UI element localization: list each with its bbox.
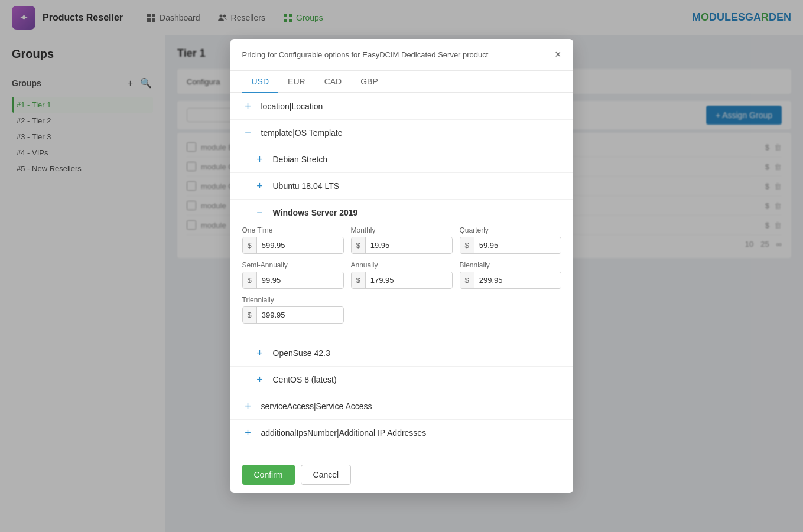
monthly-label: Monthly xyxy=(351,226,453,234)
semi-annually-label: Semi-Annually xyxy=(242,261,344,269)
pricing-col-semi: Semi-Annually $ xyxy=(242,261,344,289)
semi-annually-input[interactable] xyxy=(257,272,343,288)
toggle-service-access[interactable]: + xyxy=(242,400,254,412)
biennially-currency: $ xyxy=(460,272,474,288)
pricing-col-biennially: Biennially $ xyxy=(460,261,561,289)
config-row-additional-ips: + additionalIpsNumber|Additional IP Addr… xyxy=(230,420,573,446)
semi-input-wrapper: $ xyxy=(242,272,344,289)
tab-gbp[interactable]: GBP xyxy=(351,71,388,93)
one-time-input[interactable] xyxy=(257,237,343,253)
semi-currency: $ xyxy=(243,272,257,288)
pricing-col-triennially: Triennially $ xyxy=(242,296,344,324)
modal-body: + location|Location − template|OS Templa… xyxy=(230,93,573,456)
config-row-location: + location|Location xyxy=(230,93,573,120)
pricing-col-quarterly: Quarterly $ xyxy=(460,226,561,254)
config-row-windows: − Windows Server 2019 xyxy=(230,200,573,226)
config-centos-name: CentOS 8 (latest) xyxy=(273,375,337,384)
toggle-template[interactable]: − xyxy=(242,127,254,139)
tab-cad[interactable]: CAD xyxy=(315,71,352,93)
modal-footer: Confirm Cancel xyxy=(230,456,573,493)
tab-usd[interactable]: USD xyxy=(242,71,279,93)
pricing-section: One Time $ Monthly $ Q xyxy=(230,226,573,340)
config-row-opensuse: + OpenSuse 42.3 xyxy=(230,340,573,367)
quarterly-label: Quarterly xyxy=(460,226,561,234)
quarterly-input-wrapper: $ xyxy=(460,237,561,254)
config-opensuse-name: OpenSuse 42.3 xyxy=(273,348,330,358)
annually-input-wrapper: $ xyxy=(351,272,453,289)
config-additional-ips-name: additionalIpsNumber|Additional IP Addres… xyxy=(261,428,427,438)
biennially-input[interactable] xyxy=(474,272,561,288)
monthly-input-wrapper: $ xyxy=(351,237,453,254)
biennially-input-wrapper: $ xyxy=(460,272,561,289)
modal-overlay: Pricing for Configurable options for Eas… xyxy=(0,0,803,532)
config-windows-name: Windows Server 2019 xyxy=(273,208,358,217)
modal-tabs: USD EUR CAD GBP xyxy=(230,71,573,93)
toggle-ubuntu[interactable]: + xyxy=(254,180,266,192)
pricing-row-2: Semi-Annually $ Annually $ xyxy=(242,261,561,289)
tab-eur[interactable]: EUR xyxy=(278,71,315,93)
pricing-col-monthly: Monthly $ xyxy=(351,226,453,254)
triennially-currency: $ xyxy=(243,307,257,323)
pricing-col-one-time: One Time $ xyxy=(242,226,344,254)
toggle-opensuse[interactable]: + xyxy=(254,347,266,359)
biennially-label: Biennially xyxy=(460,261,561,269)
pricing-modal: Pricing for Configurable options for Eas… xyxy=(230,39,573,493)
pricing-row-1: One Time $ Monthly $ Q xyxy=(242,226,561,254)
config-debian-name: Debian Stretch xyxy=(273,155,328,164)
triennially-label: Triennially xyxy=(242,296,344,304)
modal-header: Pricing for Configurable options for Eas… xyxy=(230,39,573,71)
config-template-name: template|OS Template xyxy=(261,128,343,138)
config-location-name: location|Location xyxy=(261,102,323,111)
toggle-centos[interactable]: + xyxy=(254,374,266,386)
config-service-access-name: serviceAccess|Service Access xyxy=(261,402,372,411)
pricing-row-3: Triennially $ xyxy=(242,296,561,324)
annually-label: Annually xyxy=(351,261,453,269)
cancel-button[interactable]: Cancel xyxy=(301,465,352,485)
config-row-debian: + Debian Stretch xyxy=(230,146,573,173)
monthly-currency: $ xyxy=(352,237,366,253)
triennially-input[interactable] xyxy=(257,307,343,323)
triennially-input-wrapper: $ xyxy=(242,306,344,324)
annually-currency: $ xyxy=(352,272,366,288)
config-row-ubuntu: + Ubuntu 18.04 LTS xyxy=(230,173,573,200)
toggle-debian[interactable]: + xyxy=(254,154,266,165)
annually-input[interactable] xyxy=(366,272,452,288)
one-time-currency: $ xyxy=(243,237,257,253)
one-time-input-wrapper: $ xyxy=(242,237,344,254)
config-row-service-access: + serviceAccess|Service Access xyxy=(230,393,573,420)
one-time-label: One Time xyxy=(242,226,344,234)
config-ubuntu-name: Ubuntu 18.04 LTS xyxy=(273,181,340,191)
toggle-location[interactable]: + xyxy=(242,100,254,112)
modal-title: Pricing for Configurable options for Eas… xyxy=(242,50,489,59)
confirm-button[interactable]: Confirm xyxy=(242,465,295,485)
pricing-col-empty2 xyxy=(460,296,561,324)
modal-close-button[interactable]: × xyxy=(555,48,561,61)
pricing-col-empty1 xyxy=(351,296,453,324)
config-row-centos: + CentOS 8 (latest) xyxy=(230,367,573,393)
pricing-col-annually: Annually $ xyxy=(351,261,453,289)
quarterly-currency: $ xyxy=(460,237,474,253)
toggle-additional-ips[interactable]: + xyxy=(242,427,254,439)
monthly-input[interactable] xyxy=(366,237,452,253)
quarterly-input[interactable] xyxy=(474,237,561,253)
toggle-windows[interactable]: − xyxy=(254,207,266,218)
config-row-template: − template|OS Template xyxy=(230,120,573,146)
